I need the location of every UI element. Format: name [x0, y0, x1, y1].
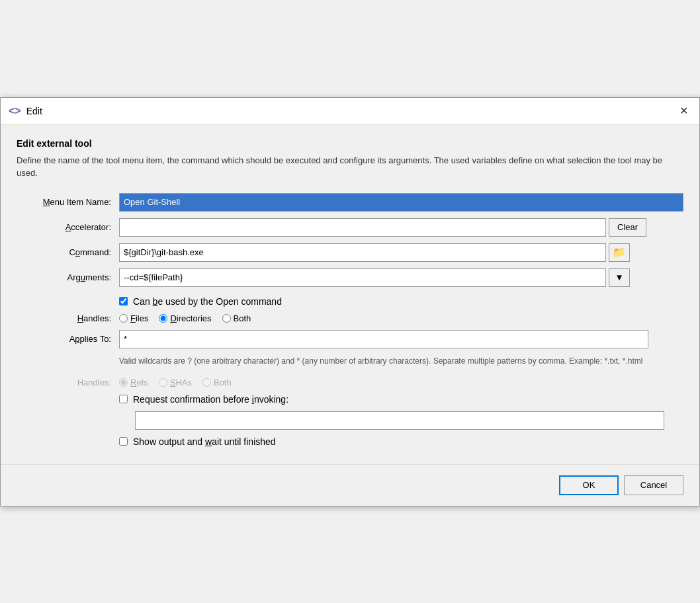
applies-to-input[interactable]	[119, 330, 648, 348]
request-confirmation-label: Request confirmation before invoking:	[133, 394, 288, 405]
handles-both-radio[interactable]	[222, 314, 231, 323]
handles-files-radio[interactable]	[119, 314, 128, 323]
handles2-radio-group: Refs SHAs Both	[119, 378, 232, 387]
handles-both-label: Both	[234, 313, 251, 323]
handles-radio-group: Files Directories Both	[119, 313, 251, 323]
handles-directories-option[interactable]: Directories	[159, 313, 211, 323]
accelerator-row: Accelerator: Clear	[17, 218, 683, 237]
handles2-shas-option: SHAs	[159, 378, 192, 387]
chevron-down-icon: ▼	[615, 272, 623, 282]
arguments-row: Arguments: ▼	[17, 268, 683, 287]
dialog-content: Edit external tool Define the name of th…	[1, 125, 699, 464]
handles-directories-label: Directories	[170, 313, 211, 323]
menu-item-name-input[interactable]	[119, 193, 683, 212]
handles2-row: Handles: Refs SHAs Both	[17, 378, 683, 387]
handles-both-option[interactable]: Both	[222, 313, 251, 323]
handles-row: Handles: Files Directories Both	[17, 313, 683, 323]
ok-button[interactable]: OK	[559, 475, 619, 495]
section-title: Edit external tool	[17, 138, 683, 149]
handles-directories-radio[interactable]	[159, 314, 167, 323]
cancel-button[interactable]: Cancel	[624, 475, 683, 495]
confirmation-input-row	[135, 411, 683, 430]
confirmation-text-input[interactable]	[135, 411, 664, 430]
applies-to-label: Applies To:	[17, 334, 119, 344]
bottom-checkboxes: Request confirmation before invoking: Sh…	[119, 394, 683, 447]
command-input[interactable]	[119, 243, 606, 262]
titlebar: <> Edit ✕	[1, 98, 699, 125]
arguments-dropdown-button[interactable]: ▼	[609, 268, 630, 287]
menu-item-name-row: Menu Item Name:	[17, 193, 683, 212]
browse-folder-button[interactable]: 📁	[609, 243, 630, 262]
handles2-shas-radio	[159, 378, 167, 387]
applies-to-row: Applies To:	[17, 330, 683, 348]
request-confirmation-checkbox[interactable]	[119, 395, 128, 403]
arguments-label: Arguments:	[17, 272, 119, 282]
command-row: Command: 📁	[17, 243, 683, 262]
arguments-input[interactable]	[119, 268, 606, 287]
menu-item-name-label: Menu Item Name:	[17, 197, 119, 207]
open-command-row: Can be used by the Open command	[119, 296, 683, 307]
dialog-title: Edit	[26, 106, 42, 116]
handles2-both-radio	[202, 378, 211, 387]
handles2-refs-option: Refs	[119, 378, 148, 387]
handles2-shas-label: SHAs	[170, 378, 192, 387]
command-label: Command:	[17, 247, 119, 257]
handles2-label: Handles:	[17, 378, 119, 387]
open-command-label: Can be used by the Open command	[133, 296, 282, 307]
button-row: OK Cancel	[1, 464, 699, 506]
handles2-refs-radio	[119, 378, 128, 387]
open-command-checkbox[interactable]	[119, 297, 128, 305]
app-icon: <>	[9, 105, 21, 117]
handles2-refs-label: Refs	[130, 378, 148, 387]
accelerator-label: Accelerator:	[17, 222, 119, 232]
handles2-both-option: Both	[202, 378, 232, 387]
request-confirmation-row: Request confirmation before invoking:	[119, 394, 683, 405]
handles-files-label: Files	[130, 313, 148, 323]
handles-files-option[interactable]: Files	[119, 313, 148, 323]
handles-label: Handles:	[17, 313, 119, 323]
dialog: <> Edit ✕ Edit external tool Define the …	[0, 97, 700, 506]
show-output-row: Show output and wait until finished	[119, 436, 683, 447]
show-output-label: Show output and wait until finished	[133, 436, 276, 447]
accelerator-input[interactable]	[119, 218, 606, 237]
handles2-both-label: Both	[214, 378, 232, 387]
description-text: Define the name of the tool menu item, t…	[17, 154, 683, 180]
show-output-checkbox[interactable]	[119, 437, 128, 446]
titlebar-left: <> Edit	[9, 105, 42, 117]
close-button[interactable]: ✕	[676, 103, 691, 119]
wildcards-hint: Valid wildcards are ? (one arbitrary cha…	[119, 355, 683, 367]
folder-icon: 📁	[613, 246, 626, 259]
clear-button[interactable]: Clear	[609, 218, 646, 237]
